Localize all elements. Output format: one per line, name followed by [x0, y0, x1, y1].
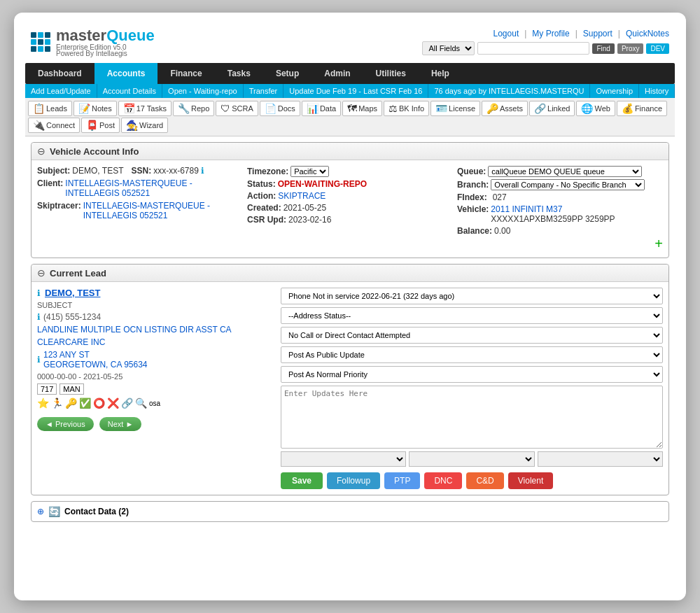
vai-toggle[interactable]: ⊖: [37, 146, 46, 157]
breadcrumb-transfer[interactable]: Transfer: [244, 84, 284, 98]
bottom-select-1[interactable]: [281, 451, 406, 467]
tool-maps[interactable]: 🗺Maps: [342, 101, 382, 116]
search-field-select[interactable]: All Fields: [422, 41, 475, 55]
tool-scra[interactable]: 🛡SCRA: [216, 101, 258, 116]
logo-powered: Powered By Intellaegis: [56, 50, 155, 57]
tool-tasks[interactable]: 📅17 Tasks: [118, 101, 172, 116]
vai-status-val: OPEN-WAITING-REPO: [278, 179, 367, 189]
breadcrumb: Add Lead/Update Account Details Open - W…: [25, 84, 675, 98]
tool-notes[interactable]: 📝Notes: [74, 101, 117, 116]
followup-button[interactable]: Followup: [327, 472, 380, 489]
next-button[interactable]: Next ►: [99, 417, 142, 431]
ptp-button[interactable]: PTP: [384, 472, 420, 489]
run-icon[interactable]: 🏃: [51, 397, 63, 409]
tool-connect[interactable]: 🔌Connect: [28, 118, 80, 133]
tool-finance[interactable]: 💰Finance: [617, 101, 667, 116]
contact-status-select[interactable]: No Call or Direct Contact Attempted: [281, 327, 663, 344]
breadcrumb-update-due[interactable]: Update Due Feb 19 - Last CSR Feb 16: [284, 84, 428, 98]
address-status-select[interactable]: --Address Status--: [281, 307, 663, 324]
toolbar: 📋Leads 📝Notes 📅17 Tasks 🔧Repo 🛡SCRA 📄Doc…: [25, 98, 675, 136]
nav-help[interactable]: Help: [419, 63, 462, 84]
vai-client-label: Client:: [37, 178, 63, 188]
logout-link[interactable]: Logout: [493, 29, 519, 38]
lead-org1[interactable]: LANDLINE MULTIPLE OCN LISTING DIR ASST C…: [37, 325, 275, 334]
vai-col3: Queue: callQueue DEMO QUEUE queue Branch…: [457, 166, 663, 252]
save-button[interactable]: Save: [281, 472, 323, 489]
cd-button[interactable]: C&D: [466, 472, 503, 489]
contact-data-title: Contact Data (2): [64, 507, 129, 516]
nav-accounts[interactable]: Accounts: [94, 63, 158, 84]
bottom-select-3[interactable]: [538, 451, 663, 467]
check-icon[interactable]: ✅: [79, 397, 91, 409]
phone-status-select[interactable]: Phone Not in service 2022-06-21 (322 day…: [281, 288, 663, 304]
tool-wizard[interactable]: 🧙Wizard: [121, 118, 168, 133]
contact-expand-icon[interactable]: ⊕: [37, 507, 44, 516]
vai-queue-row: Queue: callQueue DEMO QUEUE queue: [457, 166, 663, 177]
lead-action-icons: ⭐ 🏃 🔑 ✅ ⭕ ❌ 🔗 🔍 osa: [37, 397, 275, 409]
updates-textarea[interactable]: [281, 386, 663, 449]
nav-setup[interactable]: Setup: [263, 63, 312, 84]
post-status-select[interactable]: Post As Public Update: [281, 346, 663, 363]
link-icon[interactable]: 🔗: [121, 397, 133, 409]
vai-balance-label: Balance:: [457, 226, 492, 236]
lead-org2[interactable]: CLEARCARE INC: [37, 337, 275, 347]
vai-branch-select[interactable]: Overall Company - No Specific Branch: [491, 179, 645, 190]
breadcrumb-days-ago[interactable]: 76 days ago by INTELLAEGIS.MASTERQU: [428, 84, 590, 98]
key-icon[interactable]: 🔑: [65, 397, 77, 409]
violent-button[interactable]: Violent: [508, 472, 553, 489]
vai-client-val[interactable]: INTELLAEGIS-MASTERQUEUE - INTELLAEGIS 05…: [65, 178, 243, 198]
vai-timezone-select[interactable]: Pacific: [290, 166, 329, 177]
support-link[interactable]: Support: [583, 29, 612, 38]
tool-bk-info[interactable]: ⚖BK Info: [384, 101, 429, 116]
vai-csr-row: CSR Upd: 2023-02-16: [247, 215, 453, 225]
tool-license[interactable]: 🪪License: [430, 101, 480, 116]
tool-docs[interactable]: 📄Docs: [260, 101, 300, 116]
lead-navigation: ◄ Previous Next ►: [37, 417, 275, 431]
tool-web[interactable]: 🌐Web: [576, 101, 615, 116]
x-icon[interactable]: ❌: [107, 397, 119, 409]
prev-button[interactable]: ◄ Previous: [37, 417, 94, 431]
find-button[interactable]: Find: [592, 43, 614, 54]
tool-linked[interactable]: 🔗Linked: [529, 101, 575, 116]
quick-notes-link[interactable]: QuickNotes: [626, 29, 669, 38]
breadcrumb-ownership[interactable]: Ownership: [590, 84, 639, 98]
vai-queue-select[interactable]: callQueue DEMO QUEUE queue: [488, 166, 642, 177]
dev-button[interactable]: DEV: [646, 43, 669, 54]
vai-vehicle-val[interactable]: 2011 INFINITI M37: [491, 204, 562, 214]
dnc-button[interactable]: DNC: [424, 472, 462, 489]
priority-select[interactable]: Post As Normal Priority: [281, 366, 663, 383]
lead-name[interactable]: DEMO, TEST: [45, 288, 100, 298]
nav-admin[interactable]: Admin: [312, 63, 363, 84]
tool-data[interactable]: 📊Data: [302, 101, 341, 116]
vai-tz-label: Timezone:: [247, 167, 288, 176]
header-right: Logout | My Profile | Support | QuickNot…: [422, 29, 669, 55]
tool-repo[interactable]: 🔧Repo: [173, 101, 214, 116]
breadcrumb-open-waiting[interactable]: Open - Waiting-repo: [162, 84, 244, 98]
vai-balance-row: Balance: 0.00: [457, 226, 663, 236]
nav-finance[interactable]: Finance: [158, 63, 214, 84]
nav-tasks[interactable]: Tasks: [215, 63, 263, 84]
breadcrumb-history[interactable]: History: [639, 84, 675, 98]
lead-addr2[interactable]: GEORGETOWN, CA 95634: [43, 360, 148, 369]
search-input[interactable]: [477, 42, 589, 55]
circle-icon[interactable]: ⭕: [93, 397, 105, 409]
star-icon[interactable]: ⭐: [37, 397, 49, 409]
tool-leads[interactable]: 📋Leads: [28, 101, 72, 116]
my-profile-link[interactable]: My Profile: [532, 29, 569, 38]
lead-addr1[interactable]: 123 ANY ST: [43, 350, 90, 360]
add-button[interactable]: +: [457, 236, 663, 252]
tool-post[interactable]: 📮Post: [81, 118, 120, 133]
lead-addr-icon: ℹ: [37, 355, 41, 365]
vai-skip-val[interactable]: INTELLAEGIS-MASTERQUEUE - INTELLAEGIS 05…: [83, 201, 243, 220]
nav-utilities[interactable]: Utilities: [363, 63, 419, 84]
tool-assets[interactable]: 🔑Assets: [482, 101, 528, 116]
lead-toggle[interactable]: ⊖: [37, 267, 46, 279]
search-icon[interactable]: 🔍: [135, 397, 147, 409]
proxy-button[interactable]: Proxy: [617, 43, 644, 54]
ssn-info-icon[interactable]: ℹ: [201, 166, 204, 176]
logo-title: masterQueue: [56, 27, 155, 45]
breadcrumb-add-lead[interactable]: Add Lead/Update: [25, 84, 97, 98]
bottom-select-2[interactable]: [409, 451, 534, 467]
nav-dashboard[interactable]: Dashboard: [25, 63, 94, 84]
breadcrumb-account-details[interactable]: Account Details: [97, 84, 162, 98]
